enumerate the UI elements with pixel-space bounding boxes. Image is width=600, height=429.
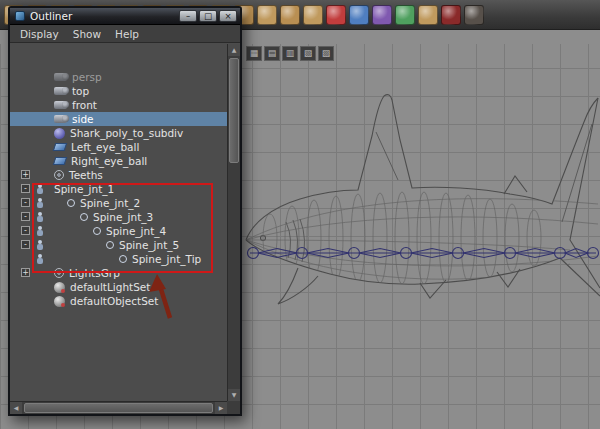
outliner-tree: persptopfrontsideShark_poly_to_subdivLef… [10, 44, 227, 401]
scroll-right-button[interactable]: ▶ [215, 402, 227, 414]
snap-point-icon[interactable]: ▥ [282, 46, 298, 61]
collapse-toggle[interactable]: - [21, 212, 30, 221]
set-icon [54, 282, 65, 293]
set-icon [54, 296, 65, 307]
surface-icon [53, 143, 68, 151]
transform-icon [54, 170, 64, 180]
shelf-icon[interactable] [257, 5, 277, 25]
shelf-icon[interactable] [326, 5, 346, 25]
scrollbar-corner [227, 401, 240, 414]
minimize-button[interactable]: – [179, 10, 197, 22]
snap-curve-icon[interactable]: ▤ [264, 46, 280, 61]
shelf-icon[interactable] [280, 5, 300, 25]
outliner-item-Right_eye_ball[interactable]: Right_eye_ball [10, 154, 227, 168]
surface-icon [53, 157, 68, 165]
joint-node-icon [80, 213, 88, 221]
joint-icon [36, 212, 44, 222]
node-label: persp [72, 71, 102, 83]
outliner-item-Shark_poly_to_subdiv[interactable]: Shark_poly_to_subdiv [10, 126, 227, 140]
node-label: Spine_jnt_4 [106, 225, 166, 237]
outliner-item-Spine_jnt_4[interactable]: -Spine_jnt_4 [10, 224, 227, 238]
node-label: Spine_jnt_Tip [132, 253, 201, 265]
joint-node-icon [67, 199, 75, 207]
joint-node-icon [106, 241, 114, 249]
outliner-item-Spine_jnt_5[interactable]: -Spine_jnt_5 [10, 238, 227, 252]
outliner-item-side[interactable]: side [10, 112, 227, 126]
collapse-toggle[interactable]: - [21, 226, 30, 235]
expand-toggle[interactable]: + [21, 268, 30, 277]
outliner-item-Spine_jnt_Tip[interactable]: Spine_jnt_Tip [10, 252, 227, 266]
outliner-item-Spine_jnt_1[interactable]: -Spine_jnt_1 [10, 182, 227, 196]
menu-show[interactable]: Show [66, 26, 108, 42]
outliner-item-Left_eye_ball[interactable]: Left_eye_ball [10, 140, 227, 154]
collapse-toggle[interactable]: - [21, 240, 30, 249]
collapse-toggle[interactable]: - [21, 184, 30, 193]
outliner-item-top[interactable]: top [10, 84, 227, 98]
camera-icon [54, 73, 67, 81]
shelf-icon[interactable] [372, 5, 392, 25]
outliner-item-Teeths[interactable]: +Teeths [10, 168, 227, 182]
shelf-icon[interactable] [395, 5, 415, 25]
node-label: Teeths [69, 169, 103, 181]
shark-wireframe [246, 95, 600, 304]
outliner-item-front[interactable]: front [10, 98, 227, 112]
menu-display[interactable]: Display [13, 26, 66, 42]
joint-icon [36, 254, 44, 264]
snap-grid-icon[interactable]: ▦ [246, 46, 262, 61]
outliner-item-defaultLightSet[interactable]: defaultLightSet [10, 280, 227, 294]
snap-view-icon[interactable]: ▧ [300, 46, 316, 61]
node-label: defaultObjectSet [70, 295, 158, 307]
camera-icon [54, 115, 67, 123]
joint-icon [36, 226, 44, 236]
vertical-scroll-thumb[interactable] [229, 58, 239, 163]
window-title: Outliner [30, 10, 177, 22]
outliner-window: Outliner – □ × DisplayShowHelp persptopf… [8, 6, 242, 416]
close-button[interactable]: × [219, 10, 237, 22]
shelf-icon[interactable] [303, 5, 323, 25]
node-label: top [72, 85, 89, 97]
subdiv-icon [54, 128, 65, 139]
node-label: Left_eye_ball [71, 141, 139, 153]
snap-surface-icon[interactable]: ▨ [318, 46, 334, 61]
outliner-item-LightsGrp[interactable]: +LightsGrp [10, 266, 227, 280]
maximize-button[interactable]: □ [199, 10, 217, 22]
node-label: Right_eye_ball [71, 155, 147, 167]
camera-icon [54, 87, 67, 95]
node-label: Spine_jnt_1 [54, 183, 114, 195]
joint-node-icon [93, 227, 101, 235]
shelf-icon[interactable] [418, 5, 438, 25]
outliner-menubar: DisplayShowHelp [10, 25, 240, 43]
node-label: Spine_jnt_3 [93, 211, 153, 223]
joint-node-icon [119, 255, 127, 263]
vertical-scrollbar[interactable]: ▲ ▼ [227, 44, 240, 401]
scroll-left-button[interactable]: ◀ [10, 402, 22, 414]
node-label: Spine_jnt_2 [80, 197, 140, 209]
node-label: Spine_jnt_5 [119, 239, 179, 251]
collapse-toggle[interactable]: - [21, 198, 30, 207]
horizontal-scrollbar[interactable]: ◀ ▶ [10, 401, 227, 414]
node-label: Shark_poly_to_subdiv [70, 127, 183, 139]
scroll-up-button[interactable]: ▲ [228, 44, 240, 56]
outliner-item-persp[interactable]: persp [10, 70, 227, 84]
shelf-icon[interactable] [349, 5, 369, 25]
transform-icon [54, 268, 64, 278]
shelf-icon[interactable] [441, 5, 461, 25]
menu-help[interactable]: Help [108, 26, 146, 42]
joint-icon [36, 184, 44, 194]
outliner-titlebar[interactable]: Outliner – □ × [10, 8, 240, 25]
scroll-down-button[interactable]: ▼ [228, 389, 240, 401]
node-label: side [72, 113, 94, 125]
horizontal-scroll-thumb[interactable] [24, 403, 213, 413]
camera-icon [54, 101, 67, 109]
spine-joint-chain [248, 248, 599, 259]
window-icon [15, 11, 25, 21]
node-label: front [72, 99, 97, 111]
node-label: defaultLightSet [70, 281, 150, 293]
joint-icon [36, 240, 44, 250]
outliner-item-Spine_jnt_2[interactable]: -Spine_jnt_2 [10, 196, 227, 210]
outliner-item-Spine_jnt_3[interactable]: -Spine_jnt_3 [10, 210, 227, 224]
shelf-icon[interactable] [464, 5, 484, 25]
outliner-item-defaultObjectSet[interactable]: defaultObjectSet [10, 294, 227, 308]
shark-wireframe-contours [246, 192, 598, 284]
expand-toggle[interactable]: + [21, 170, 30, 179]
